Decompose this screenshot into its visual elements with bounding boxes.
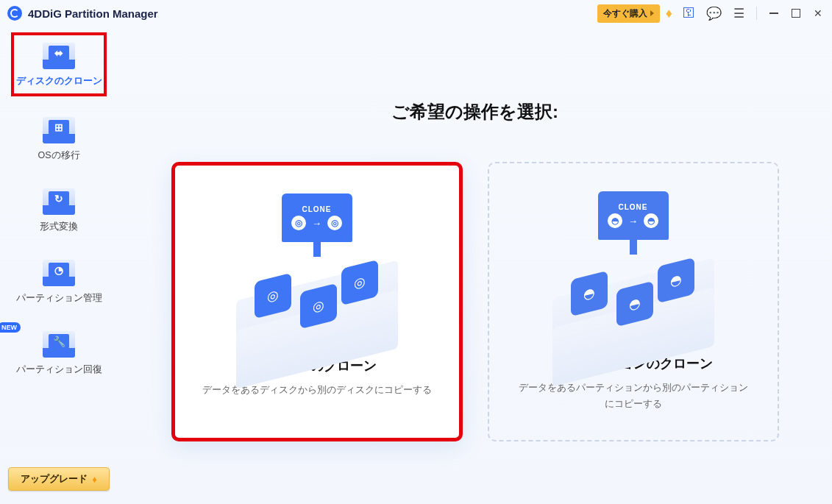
sidebar-item-format-convert[interactable]: ↻ 形式変換 — [11, 181, 107, 239]
app-title: 4DDiG Partition Manager — [28, 7, 158, 20]
titlebar-divider — [756, 7, 757, 20]
feedback-icon[interactable]: 💬 — [705, 4, 722, 22]
sidebar-item-label: OSの移行 — [38, 149, 79, 162]
card-disk-clone[interactable]: CLONE ◎→◎ ◎ ◎ ◎ ディスクのクローン データをあるディスクから別の… — [171, 162, 463, 441]
sidebar-item-label: 形式変換 — [40, 221, 78, 233]
upgrade-diamond-icon: ♦ — [92, 474, 97, 485]
sidebar-item-label: パーティション管理 — [16, 292, 102, 305]
card-partition-clone[interactable]: CLONE ◓→◓ ◓ ◓ ◓ パーティションのクローン データをあるパーティシ… — [488, 162, 779, 441]
partition-recover-icon: 🔧 — [43, 331, 75, 358]
premium-diamond-icon[interactable]: ♦ — [666, 6, 672, 21]
window-minimize-button[interactable] — [763, 2, 785, 24]
hamburger-menu-icon[interactable]: ☰ — [730, 4, 747, 22]
key-icon[interactable]: ⚿ — [680, 4, 697, 22]
operation-cards: CLONE ◎→◎ ◎ ◎ ◎ ディスクのクローン データをあるディスクから別の… — [118, 162, 832, 441]
upgrade-button[interactable]: アップグレード ♦ — [8, 467, 110, 491]
titlebar: 4DDiG Partition Manager 今すぐ購入 ♦ ⚿ 💬 ☰ — [0, 0, 832, 26]
sidebar-item-disk-clone[interactable]: ⬌ ディスクのクローン — [11, 32, 107, 96]
disk-clone-illustration: CLONE ◎→◎ ◎ ◎ ◎ — [232, 194, 402, 341]
disk-clone-icon: ⬌ — [43, 43, 75, 69]
window-close-button[interactable] — [807, 2, 829, 24]
buy-now-button[interactable]: 今すぐ購入 — [597, 4, 660, 23]
page-title: ご希望の操作を選択: — [118, 100, 832, 124]
buy-now-arrow-icon — [650, 10, 654, 16]
card-subtitle: データをあるパーティションから別のパーティションにコピーする — [516, 380, 751, 412]
window-maximize-button[interactable] — [785, 2, 807, 24]
partition-clone-illustration: CLONE ◓→◓ ◓ ◓ ◓ — [549, 191, 718, 338]
sidebar-item-partition-recover[interactable]: NEW 🔧 パーティション回復 — [11, 324, 107, 382]
sidebar-item-os-migration[interactable]: ⊞ OSの移行 — [11, 110, 107, 168]
sidebar-item-label: ディスクのクローン — [16, 75, 102, 88]
format-convert-icon: ↻ — [43, 188, 75, 215]
sidebar-item-partition-manage[interactable]: ◔ パーティション管理 — [11, 252, 107, 310]
buy-now-label: 今すぐ購入 — [603, 7, 647, 20]
os-migration-icon: ⊞ — [43, 117, 75, 143]
partition-manage-icon: ◔ — [43, 260, 75, 286]
new-badge: NEW — [0, 322, 21, 333]
main-area: ご希望の操作を選択: CLONE ◎→◎ ◎ ◎ ◎ ディスクのクローン データ… — [118, 26, 832, 504]
sidebar: ⬌ ディスクのクローン ⊞ OSの移行 ↻ 形式変換 ◔ パーティション管理 N… — [0, 26, 118, 504]
upgrade-label: アップグレード — [21, 472, 88, 486]
sidebar-item-label: パーティション回復 — [16, 363, 102, 376]
app-logo-icon — [7, 6, 22, 21]
